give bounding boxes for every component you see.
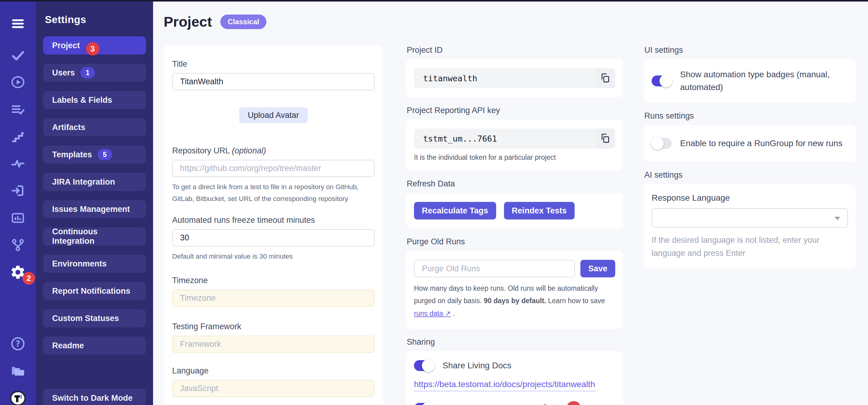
copy-icon <box>600 73 610 84</box>
api-key-label: Project Reporting API key <box>407 106 623 115</box>
runs-settings-card: Enable to require a RunGroup for new run… <box>644 125 856 162</box>
recalculate-tags-button[interactable]: Recalculate Tags <box>414 202 496 219</box>
share-living-docs-row: Share Living Docs <box>414 360 615 371</box>
title-input[interactable] <box>172 73 375 90</box>
annotation-number-badge: 4 <box>566 401 581 405</box>
bar-chart-icon[interactable] <box>0 211 36 225</box>
rungroup-toggle[interactable] <box>652 138 672 149</box>
freeze-timeout-label: Automated runs freeze timeout minutes <box>172 216 375 225</box>
toggle-knob <box>651 137 664 150</box>
external-link-icon: ↗ <box>445 310 451 317</box>
freeze-timeout-input[interactable] <box>172 229 375 246</box>
ai-settings-label: AI settings <box>644 170 856 180</box>
settings-sidebar: Settings Project 3 Users 1 Labels & Fiel… <box>36 1 153 405</box>
sidebar-item-labels-fields[interactable]: Labels & Fields <box>43 91 146 109</box>
automation-badges-row: Show automation type badges (manual, aut… <box>652 68 848 94</box>
right-settings-column: UI settings Show automation type badges … <box>644 45 856 269</box>
project-id-value: titanwealth <box>414 68 595 88</box>
list-check-icon[interactable] <box>0 102 36 117</box>
sidebar-item-issues-management[interactable]: Issues Management <box>43 200 146 218</box>
sidebar-item-templates[interactable]: Templates 5 <box>43 146 146 164</box>
rungroup-row: Enable to require a RunGroup for new run… <box>652 137 848 150</box>
enable-public-report-label: Enable Public Report <box>442 404 522 405</box>
chevron-down-icon <box>835 217 840 220</box>
hamburger-icon[interactable] <box>0 17 36 31</box>
testing-framework-input[interactable] <box>172 336 375 353</box>
purge-days-input[interactable] <box>414 260 575 277</box>
response-language-label: Response Language <box>652 193 848 203</box>
templates-count-badge: 5 <box>98 149 112 160</box>
sign-in-icon[interactable] <box>0 183 36 198</box>
rungroup-label: Enable to require a RunGroup for new run… <box>680 137 842 150</box>
steps-icon[interactable] <box>0 130 36 144</box>
timezone-label: Timezone <box>172 276 375 285</box>
window-top-strip <box>0 0 868 1</box>
toggle-knob <box>422 402 435 405</box>
refresh-data-label: Refresh Data <box>407 179 623 189</box>
refresh-data-card: Recalculate Tags Reindex Tests <box>406 193 623 228</box>
purge-old-runs-label: Purge Old Runs <box>407 237 623 246</box>
help-icon[interactable]: ? <box>0 336 36 351</box>
living-docs-url-link[interactable]: https://beta.testomat.io/docs/projects/t… <box>414 379 595 392</box>
check-icon[interactable] <box>0 48 36 63</box>
folders-icon[interactable] <box>0 363 36 378</box>
freeze-timeout-help: Default and minimal value is 30 minutes <box>172 251 375 262</box>
ai-settings-help: If the desired language is not listed, e… <box>652 234 848 259</box>
api-key-field: tstmt_um...7661 <box>414 128 615 149</box>
sidebar-item-environments[interactable]: Environments <box>43 255 146 273</box>
response-language-select[interactable] <box>652 208 848 228</box>
enable-public-report-toggle[interactable] <box>414 403 434 405</box>
share-living-docs-toggle[interactable] <box>414 360 434 371</box>
sidebar-item-project[interactable]: Project 3 <box>43 36 146 55</box>
api-key-help: It is the individual token for a particu… <box>414 153 615 162</box>
project-type-badge: Classical <box>220 14 267 29</box>
automation-badges-toggle[interactable] <box>652 75 672 86</box>
users-count-badge: 1 <box>80 67 95 79</box>
gear-notification-badge: 2 <box>23 272 35 285</box>
page-title: Project <box>164 13 212 30</box>
repository-url-input[interactable] <box>172 160 375 177</box>
sidebar-item-jira-integration[interactable]: JIRA Integration <box>43 173 146 191</box>
ui-settings-card: Show automation type badges (manual, aut… <box>644 59 856 103</box>
git-branch-icon[interactable] <box>0 238 36 252</box>
repository-url-help: To get a direct link from a test to file… <box>172 181 375 205</box>
sidebar-item-readme[interactable]: Readme <box>43 337 146 355</box>
play-circle-icon[interactable] <box>0 75 36 89</box>
copy-project-id-button[interactable] <box>595 68 615 88</box>
toggle-knob <box>422 359 435 372</box>
automation-badges-label: Show automation type badges (manual, aut… <box>680 68 841 94</box>
sidebar-item-continuous-integration[interactable]: Continuous Integration <box>43 227 146 246</box>
enable-public-report-row: Enable Public Report 4 <box>414 401 615 405</box>
purge-save-button[interactable]: Save <box>580 260 615 277</box>
share-living-docs-label: Share Living Docs <box>442 361 511 370</box>
repository-url-label: Repository URL (optional) <box>172 146 375 156</box>
timezone-input[interactable] <box>172 289 375 307</box>
dark-mode-toggle-button[interactable]: Switch to Dark Mode <box>43 388 146 405</box>
project-annotation-badge: 3 <box>86 42 99 56</box>
language-input[interactable] <box>172 380 375 397</box>
page-header: Project Classical <box>164 13 267 30</box>
runs-settings-label: Runs settings <box>644 111 856 121</box>
toggle-knob <box>659 74 672 87</box>
title-label: Title <box>172 59 375 69</box>
upload-avatar-button[interactable]: Upload Avatar <box>239 107 307 123</box>
sharing-label: Sharing <box>407 337 623 347</box>
project-id-field: titanwealth <box>414 68 615 88</box>
red-arrow-left-icon <box>538 402 564 405</box>
app-logo[interactable] <box>0 391 36 405</box>
activity-icon[interactable] <box>0 156 36 171</box>
svg-text:?: ? <box>16 339 20 348</box>
project-id-label: Project ID <box>407 45 623 55</box>
sidebar-item-artifacts[interactable]: Artifacts <box>43 118 146 136</box>
project-meta-column: Project ID titanwealth Project Reporting… <box>406 45 623 405</box>
annotation-4: 4 <box>538 401 581 405</box>
sidebar-item-custom-statuses[interactable]: Custom Statuses <box>43 309 146 328</box>
sidebar-item-report-notifications[interactable]: Report Notifications <box>43 282 146 300</box>
api-key-value: tstmt_um...7661 <box>414 128 595 149</box>
runs-data-link[interactable]: runs data ↗ <box>414 310 451 317</box>
copy-api-key-button[interactable] <box>595 128 615 149</box>
general-settings-card: Title Upload Avatar Repository URL (opti… <box>164 45 383 405</box>
sidebar-item-users[interactable]: Users 1 <box>43 64 146 82</box>
language-label: Language <box>172 366 375 376</box>
reindex-tests-button[interactable]: Reindex Tests <box>504 202 575 219</box>
